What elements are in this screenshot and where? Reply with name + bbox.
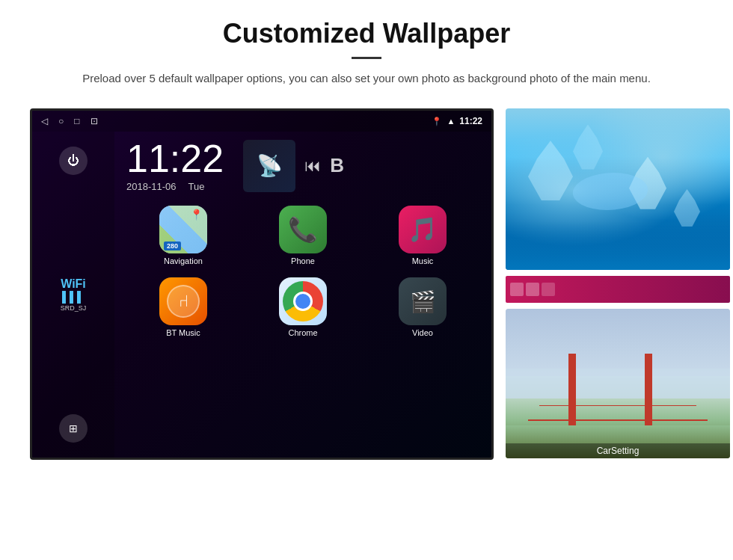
title-divider — [352, 57, 381, 59]
nav-pin-icon: 📍 — [190, 209, 203, 221]
status-right: 📍 ▲ 11:22 — [432, 116, 482, 126]
apps-button[interactable]: ⊞ — [59, 414, 88, 443]
nav-number: 280 — [164, 241, 181, 250]
video-app-icon: 🎬 — [399, 277, 447, 325]
app-label: Video — [412, 328, 433, 337]
main-area: 11:22 2018-11-06 Tue 📡 ⏮ B — [114, 132, 491, 458]
app-label: Music — [412, 256, 434, 265]
wallpaper-ice-thumb[interactable] — [506, 108, 730, 270]
bridge-tower-left — [568, 354, 576, 428]
media-letter: B — [330, 154, 344, 177]
clock-time: 11:22 — [126, 139, 224, 178]
wifi-label: WiFi — [61, 277, 87, 291]
app-label: Phone — [291, 256, 315, 265]
android-screen: ◁ ○ □ ⊡ 📍 ▲ 11:22 ⏻ WiFi ▌▌▌ SRD_SJ — [30, 108, 494, 460]
location-icon: 📍 — [432, 117, 442, 126]
wifi-signal-icon: 📡 — [257, 153, 283, 178]
bt-circle: ⑁ — [167, 285, 200, 318]
strip-item — [542, 283, 555, 296]
clock-date: 2018-11-06 Tue — [126, 181, 224, 192]
clock-display: 11:22 2018-11-06 Tue — [126, 139, 224, 192]
screenshot-icon: ⊡ — [91, 116, 98, 126]
chrome-blue-circle — [293, 292, 313, 311]
home-icon: ○ — [58, 116, 64, 126]
list-item[interactable]: Chrome — [245, 273, 361, 342]
app-label: Chrome — [288, 328, 317, 337]
chrome-inner — [282, 280, 324, 322]
bluetooth-icon: ⑁ — [179, 292, 188, 311]
list-item[interactable]: ⑁ BT Music — [125, 273, 242, 342]
wifi-bars-icon: ▌▌▌ — [61, 291, 87, 303]
list-item[interactable]: 280 📍 Navigation — [125, 201, 242, 270]
status-bar: ◁ ○ □ ⊡ 📍 ▲ 11:22 — [32, 111, 491, 132]
chrome-app-icon — [279, 277, 327, 325]
date-left: 2018-11-06 — [126, 181, 177, 192]
media-icons: 📡 ⏮ B — [243, 140, 344, 192]
list-item[interactable]: 📞 Phone — [245, 201, 361, 270]
app-grid: 280 📍 Navigation 📞 Phone — [114, 197, 491, 346]
page-title: Customized Wallpaper — [45, 18, 688, 49]
skip-back-icon: ⏮ — [304, 156, 321, 176]
date-day: Tue — [188, 181, 205, 192]
power-button[interactable]: ⏻ — [59, 147, 88, 175]
wifi-icon: ▲ — [447, 117, 455, 126]
wallpaper-bridge-thumb[interactable]: CarSetting — [506, 309, 730, 458]
list-item[interactable]: 🎵 Music — [364, 201, 481, 270]
bridge-tower-right — [645, 354, 652, 428]
carsetting-label: CarSetting — [506, 443, 730, 458]
app-label: BT Music — [166, 328, 200, 337]
back-icon: ◁ — [41, 116, 48, 126]
music-app-icon: 🎵 — [399, 206, 447, 253]
ice-shapes — [506, 108, 730, 270]
phone-app-icon: 📞 — [279, 206, 327, 253]
status-time: 11:22 — [459, 116, 482, 126]
wifi-ssid: SRD_SJ — [61, 304, 87, 312]
clock-section: 11:22 2018-11-06 Tue 📡 ⏮ B — [114, 132, 491, 197]
phone-icon: 📞 — [288, 215, 318, 244]
music-note-icon: 🎵 — [408, 215, 438, 244]
list-item[interactable]: 🎬 Video — [364, 273, 481, 342]
navigation-app-icon: 280 📍 — [159, 206, 207, 253]
wallpaper-strip-thumb — [506, 276, 730, 303]
video-icon: 🎬 — [410, 289, 436, 314]
app-label: Navigation — [164, 256, 203, 265]
page-header: Customized Wallpaper Preload over 5 defa… — [0, 0, 733, 95]
recent-icon: □ — [74, 116, 79, 126]
strip-item — [526, 283, 539, 296]
wallpaper-thumbs: CarSetting — [506, 108, 730, 458]
nav-icons: ◁ ○ □ ⊡ — [41, 116, 98, 126]
media-app-icon: 📡 — [243, 140, 295, 192]
strip-item — [510, 283, 524, 296]
wifi-widget: WiFi ▌▌▌ SRD_SJ — [61, 277, 87, 312]
bt-app-icon: ⑁ — [159, 277, 207, 325]
page-subtitle: Preload over 5 default wallpaper options… — [82, 70, 651, 87]
left-sidebar: ⏻ WiFi ▌▌▌ SRD_SJ ⊞ — [32, 132, 114, 458]
